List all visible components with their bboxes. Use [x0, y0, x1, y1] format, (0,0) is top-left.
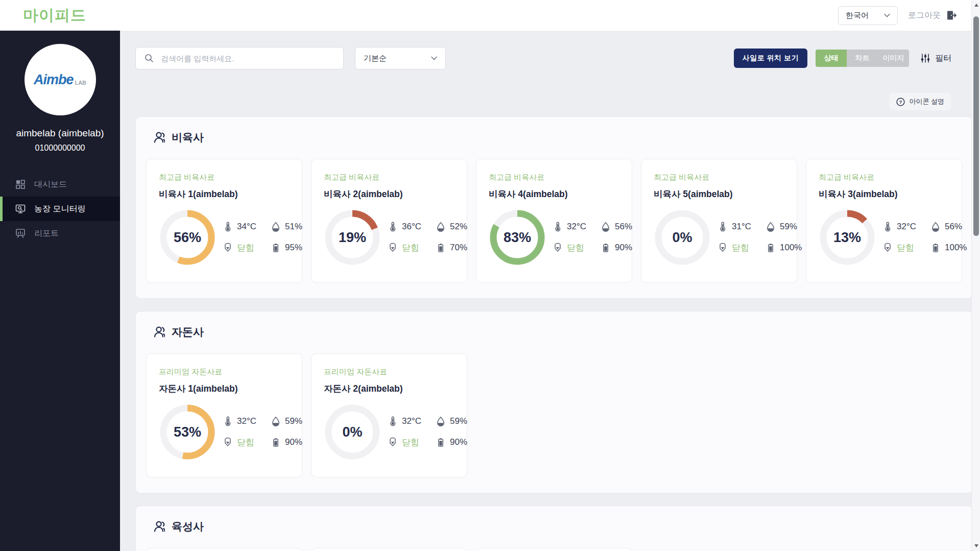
silo-card[interactable]: 프리미엄 자돈사료자돈사 2(aimbelab)0%32°C59%닫힘90%	[311, 353, 467, 477]
stat-gate: 닫힘	[223, 242, 265, 254]
scrollbar-up-arrow[interactable]	[972, 1, 980, 9]
silo-stats: 32°C56%닫힘90%	[553, 222, 632, 254]
fill-level-percent: 0%	[654, 209, 711, 266]
silo-gate-icon	[718, 243, 728, 253]
stat-temperature-value: 34°C	[237, 222, 256, 232]
logout-button[interactable]: 로그아웃	[908, 10, 957, 21]
chevron-down-icon	[884, 13, 890, 17]
fill-level-donut: 83%	[489, 209, 546, 266]
top-header: 마이피드 한국어 로그아웃	[0, 0, 971, 31]
svg-text:?: ?	[899, 99, 902, 105]
silo-stats: 36°C52%닫힘70%	[388, 222, 467, 254]
silo-card[interactable]: 최고급 비육사료비육사 2(aimbelab)19%36°C52%닫힘70%	[311, 159, 467, 283]
silo-card[interactable]: 최고급 비육사료비육사 3(aimbelab)13%32°C56%닫힘100%	[806, 159, 962, 283]
stat-battery-value: 95%	[285, 243, 302, 253]
stat-humidity: 56%	[930, 222, 967, 232]
silo-card[interactable]: 최고급 비육사료비육사 5(aimbelab)0%31°C59%닫힘100%	[641, 159, 797, 283]
search-icon	[144, 53, 154, 63]
search-box	[135, 47, 344, 69]
card-grid: 프리미엄 자돈사료자돈사 1(aimbelab)53%32°C59%닫힘90%프…	[146, 353, 962, 477]
silo-location-button[interactable]: 사일로 위치 보기	[734, 49, 807, 68]
people-icon	[151, 520, 165, 533]
thermometer-icon	[718, 222, 728, 232]
stat-temperature: 32°C	[882, 222, 924, 232]
avatar-brand-suffix: LAB	[75, 80, 86, 86]
fill-level-donut: 0%	[654, 209, 711, 266]
stat-humidity-value: 59%	[450, 416, 467, 426]
scrollbar-down-arrow[interactable]	[972, 542, 980, 550]
battery-icon	[271, 437, 281, 447]
view-toggle-image[interactable]: 이미지	[878, 50, 909, 67]
battery-icon	[271, 243, 281, 253]
silo-card[interactable]	[311, 548, 467, 551]
search-input[interactable]	[161, 54, 335, 63]
silo-card[interactable]	[146, 548, 302, 551]
silo-stats: 31°C59%닫힘100%	[718, 222, 802, 254]
thermometer-icon	[388, 416, 398, 426]
card-grid: 최고급 비육사료비육사 1(aimbelab)56%34°C51%닫힘95%최고…	[146, 159, 962, 283]
sidebar-item-label: 대시보드	[34, 179, 67, 190]
section-title: 육성사	[172, 519, 204, 534]
fill-level-donut: 56%	[159, 209, 216, 266]
humidity-drop-icon	[766, 222, 776, 232]
stat-battery: 100%	[766, 242, 802, 254]
silo-name: 비육사 5(aimbelab)	[654, 188, 784, 200]
section-육성사: 육성사	[135, 506, 973, 551]
silo-card[interactable]: 최고급 비육사료비육사 1(aimbelab)56%34°C51%닫힘95%	[146, 159, 302, 283]
stat-battery-value: 90%	[450, 437, 467, 447]
stat-battery: 70%	[436, 242, 467, 254]
stat-battery-value: 90%	[285, 437, 302, 447]
silo-gate-icon	[388, 243, 398, 253]
icon-help-button[interactable]: ? 아이콘 설명	[889, 93, 951, 110]
stat-humidity: 56%	[601, 222, 632, 232]
view-toggle-group: 상태차트이미지	[816, 50, 909, 67]
view-toggle-chart[interactable]: 차트	[847, 50, 878, 67]
stat-temperature-value: 32°C	[567, 222, 586, 232]
humidity-drop-icon	[601, 222, 611, 232]
fill-level-percent: 53%	[159, 403, 216, 461]
humidity-drop-icon	[436, 416, 446, 426]
fill-level-donut: 19%	[324, 209, 381, 266]
silo-card[interactable]	[476, 548, 632, 551]
stat-temperature: 34°C	[223, 222, 265, 232]
main-content: 기본순 사일로 위치 보기 상태차트이미지 필터	[120, 0, 980, 551]
stat-humidity-value: 56%	[945, 222, 962, 232]
silo-gate-icon	[388, 437, 398, 447]
stat-gate-value: 닫힘	[897, 242, 914, 254]
humidity-drop-icon	[271, 416, 281, 426]
scrollbar-thumb[interactable]	[973, 16, 979, 236]
sidebar-item-dashboard[interactable]: 대시보드	[0, 172, 120, 197]
thermometer-icon	[223, 222, 233, 232]
silo-card[interactable]: 프리미엄 자돈사료자돈사 1(aimbelab)53%32°C59%닫힘90%	[146, 353, 302, 477]
stat-humidity-value: 59%	[780, 222, 797, 232]
sidebar-menu: 대시보드농장 모니터링리포트	[0, 172, 120, 246]
section-header: 자돈사	[146, 325, 962, 339]
section-header: 비육사	[146, 130, 962, 145]
silo-name: 자돈사 2(aimbelab)	[324, 382, 455, 395]
language-select[interactable]: 한국어	[838, 6, 898, 25]
stat-humidity-value: 56%	[615, 222, 632, 232]
page-scrollbar	[971, 0, 980, 551]
stat-temperature-value: 36°C	[402, 222, 421, 232]
filter-button[interactable]: 필터	[920, 53, 951, 64]
silo-name: 비육사 4(aimbelab)	[489, 188, 619, 200]
avatar-brand-text: Aimbe	[34, 72, 74, 88]
stat-humidity: 59%	[766, 222, 802, 232]
stat-battery-value: 100%	[780, 243, 802, 253]
sidebar-item-report[interactable]: 리포트	[0, 221, 120, 246]
view-toggle-status[interactable]: 상태	[816, 50, 847, 67]
stat-gate: 닫힘	[388, 242, 429, 254]
section-비육사: 비육사최고급 비육사료비육사 1(aimbelab)56%34°C51%닫힘95…	[135, 116, 973, 299]
logout-label: 로그아웃	[908, 10, 941, 21]
sort-select[interactable]: 기본순	[355, 47, 446, 69]
feed-type-label: 프리미엄 자돈사료	[159, 367, 290, 377]
icon-help-label: 아이콘 설명	[909, 97, 944, 106]
humidity-drop-icon	[436, 222, 446, 232]
sidebar-item-farm-monitoring[interactable]: 농장 모니터링	[0, 197, 120, 221]
silo-card[interactable]: 최고급 비육사료비육사 4(aimbelab)83%32°C56%닫힘90%	[476, 159, 632, 283]
silo-gate-icon	[223, 437, 233, 447]
report-icon	[15, 228, 26, 239]
thermometer-icon	[388, 222, 398, 232]
people-icon	[151, 326, 165, 338]
section-title: 자돈사	[172, 325, 204, 339]
